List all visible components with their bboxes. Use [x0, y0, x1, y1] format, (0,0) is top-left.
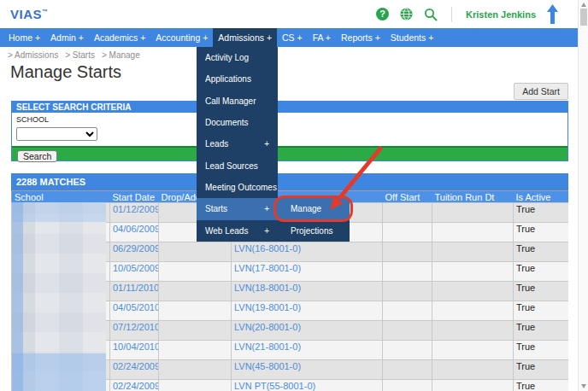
help-glyph: ? [379, 9, 385, 19]
off-start-cell [383, 223, 432, 242]
nav-item[interactable]: CS + [277, 28, 308, 47]
menu-item-label: Applications [205, 74, 251, 84]
start-code-link[interactable]: LVN(21-8001-0) [234, 341, 301, 352]
start-date-link[interactable]: 02/24/2009 [113, 361, 159, 371]
page-title: Manage Starts [10, 62, 121, 82]
add-start-button[interactable]: Add Start [514, 83, 568, 100]
menu-item[interactable]: Meeting Outcomes [197, 177, 278, 198]
is-active-value: True [516, 381, 535, 391]
tuition-run-cell [432, 262, 514, 282]
breadcrumb-segment[interactable]: > Admissions [8, 50, 58, 60]
start-date-cell: 01/12/2009 [110, 203, 159, 223]
is-active-cell: True [514, 242, 569, 262]
nav-item[interactable]: Admissions + [213, 28, 277, 47]
menu-item-label: Meeting Outcomes [205, 183, 277, 192]
start-code-link[interactable]: LVN(17-8001-0) [234, 263, 301, 273]
table-row: 01/11/2010 LVN(18-8001-0) True [12, 282, 569, 301]
off-start-cell [383, 301, 432, 321]
menu-item-label: Leads [205, 139, 228, 149]
start-code-cell: LVN(17-8001-0) [232, 262, 383, 282]
tuition-run-cell [432, 223, 514, 242]
menu-item[interactable]: Lead Sources [197, 155, 278, 177]
breadcrumb-segment[interactable]: > Starts [65, 50, 95, 60]
nav-item[interactable]: Reports + [336, 28, 385, 47]
start-date-cell: 10/04/2010 [110, 341, 159, 360]
start-code-link[interactable]: LVN(18-8001-0) [234, 283, 301, 293]
scroll-top-icon[interactable] [547, 4, 558, 24]
menu-item[interactable]: Applications [197, 68, 278, 90]
start-date-link[interactable]: 07/12/2010 [113, 322, 159, 332]
start-date-link[interactable]: 10/05/2009 [113, 263, 159, 273]
submenu-plus-indicator: + [264, 226, 269, 236]
start-date-link[interactable]: 10/04/2010 [113, 341, 159, 352]
nav-item-label: CS + [282, 32, 303, 43]
globe-icon[interactable] [400, 8, 413, 20]
menu-item[interactable]: Starts + [197, 198, 278, 219]
start-date-link[interactable]: 01/11/2010 [113, 283, 159, 293]
is-active-cell: True [514, 321, 569, 341]
nav-item[interactable]: Home + [3, 28, 45, 47]
nav-item[interactable]: Admin + [45, 28, 89, 47]
start-date-link[interactable]: 06/29/2009 [113, 243, 159, 254]
menu-item[interactable]: Documents [197, 112, 278, 133]
user-name[interactable]: Kristen Jenkins [466, 9, 536, 20]
submenu-item-label: Manage [291, 204, 321, 213]
scrollbar-thumb[interactable] [580, 9, 587, 26]
column-header[interactable]: Off Start [383, 191, 432, 203]
is-active-value: True [516, 283, 535, 293]
drop-add-cell [159, 301, 232, 321]
submenu-item[interactable]: Projections [278, 220, 350, 242]
nav-item[interactable]: FA + [308, 28, 336, 47]
menu-item[interactable]: Leads + [197, 133, 278, 155]
school-cell [12, 223, 110, 242]
scrollbar[interactable] [578, 0, 588, 391]
off-start-cell [383, 341, 432, 360]
column-header[interactable]: Tuition Run Dt [432, 191, 514, 203]
scroll-up-arrow[interactable] [581, 3, 586, 7]
nav-item-label: Admin + [50, 32, 84, 43]
scroll-down-arrow[interactable] [581, 384, 586, 388]
menu-item[interactable]: Call Manager [197, 90, 278, 112]
tuition-run-cell [432, 321, 514, 341]
breadcrumb-segment[interactable]: > Manage [102, 50, 140, 60]
start-date-link[interactable]: 04/05/2010 [113, 302, 159, 312]
menu-item-label: Web Leads [205, 226, 248, 236]
search-button[interactable]: Search [17, 150, 57, 162]
brand-name: VIAS [10, 7, 42, 21]
column-header[interactable]: Is Active [514, 191, 569, 203]
start-date-cell: 02/24/2009 [110, 380, 159, 391]
tuition-run-cell [432, 242, 514, 262]
school-cell [12, 360, 110, 380]
school-select[interactable] [16, 127, 97, 141]
start-code-link[interactable]: LVN PT(55-8001-0) [234, 381, 315, 391]
menu-item[interactable]: Activity Log [197, 47, 278, 68]
column-header[interactable]: Start Date [110, 191, 159, 203]
is-active-value: True [516, 204, 535, 214]
table-row: 02/24/2009 LVN(45-8001-0) True [12, 360, 569, 380]
start-code-link[interactable]: LVN(20-8001-0) [234, 322, 301, 332]
submenu-item[interactable]: Manage [278, 198, 350, 219]
start-code-link[interactable]: LVN(45-8001-0) [234, 361, 301, 371]
table-row: 10/04/2010 LVN(21-8001-0) True [12, 341, 569, 360]
nav-item[interactable]: Students + [385, 28, 439, 47]
start-code-link[interactable]: LVN(16-8001-0) [234, 243, 301, 254]
drop-add-cell [159, 242, 232, 262]
start-date-link[interactable]: 04/06/2009 [113, 224, 159, 234]
nav-item-label: Home + [9, 32, 40, 43]
start-code-link[interactable]: LVN(19-8001-0) [234, 302, 301, 312]
school-label: SCHOOL [16, 115, 567, 124]
is-active-value: True [516, 263, 535, 273]
start-date-link[interactable]: 01/12/2009 [113, 204, 159, 214]
main-nav: Home + Admin + Academics + Accounting + … [0, 28, 578, 47]
matches-count: 2288 MATCHES [11, 173, 568, 190]
column-header[interactable]: School [12, 191, 110, 203]
is-active-cell: True [514, 262, 569, 282]
nav-item[interactable]: Accounting + [150, 28, 213, 47]
nav-item[interactable]: Academics + [89, 28, 150, 47]
table-row: 02/24/2009 LVN PT(55-8001-0) True [12, 380, 569, 391]
start-date-link[interactable]: 02/24/2009 [113, 381, 159, 391]
help-icon[interactable]: ? [376, 8, 389, 20]
search-icon[interactable] [424, 8, 438, 21]
is-active-cell: True [514, 301, 569, 321]
menu-item[interactable]: Web Leads + [197, 220, 278, 242]
